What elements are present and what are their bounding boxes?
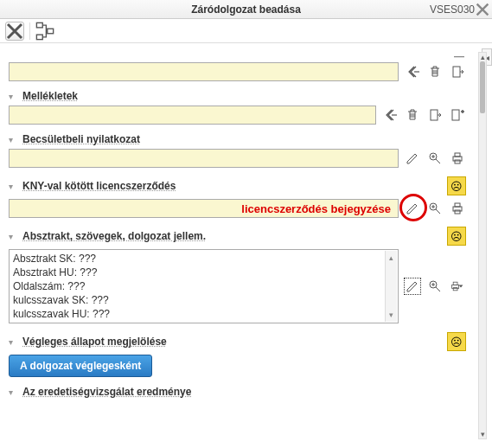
licence-field[interactable]: licencszerződés bejegyzése (9, 199, 399, 218)
vertical-scrollbar[interactable]: ▴ ▾ (478, 52, 487, 439)
abstract-line: Absztrakt HU: ??? (13, 266, 394, 279)
trash-icon[interactable] (426, 63, 444, 80)
back-close-button[interactable] (5, 22, 24, 41)
svg-rect-12 (455, 203, 460, 207)
caret-icon: ▾ (9, 337, 17, 347)
trash-icon[interactable] (404, 106, 421, 124)
section-title-declaration: Becsületbeli nyilatkozat (22, 133, 140, 145)
svg-rect-3 (453, 67, 460, 77)
window-code: VSES030 (430, 3, 475, 16)
abstract-line: kulcsszavak HU: ??? (13, 307, 394, 321)
zoom-icon[interactable] (426, 200, 444, 217)
section-licence[interactable]: ▾ KNY-val kötött licencszerződés ☹ (9, 176, 466, 195)
export-icon[interactable] (426, 106, 444, 124)
section-abstract[interactable]: ▾ Absztrakt, szövegek, dolgozat jellem. … (9, 227, 466, 246)
rewind-icon[interactable] (381, 106, 399, 124)
section-declaration[interactable]: ▾ Becsületbeli nyilatkozat (9, 133, 466, 145)
warning-sad-icon: ☹ (447, 332, 466, 351)
svg-rect-2 (36, 35, 42, 40)
rewind-icon[interactable] (404, 63, 421, 80)
main-toolbar (0, 19, 492, 43)
svg-rect-5 (452, 110, 459, 120)
caret-icon: ▾ (9, 182, 17, 191)
warning-sad-icon: ☹ (447, 176, 466, 195)
section-final[interactable]: ▾ Végleges állapot megjelölése ☹ (9, 332, 466, 351)
zoom-icon[interactable] (426, 278, 444, 295)
abstract-line: kulcsszavak SK: ??? (13, 293, 394, 307)
window-close-icon[interactable] (476, 3, 489, 16)
section-title-abstract: Absztrakt, szövegek, dolgozat jellem. (22, 230, 206, 242)
scroll-up-icon[interactable]: ▴ (479, 53, 486, 61)
upload-field[interactable] (9, 62, 399, 81)
svg-rect-0 (36, 22, 42, 28)
svg-rect-1 (48, 29, 54, 34)
caret-icon: ▾ (9, 92, 17, 101)
finalize-button[interactable]: A dolgozat véglegesként (9, 355, 152, 377)
section-attachments[interactable]: ▾ Mellékletek (9, 90, 466, 102)
licence-badge-label: licencszerződés bejegyzése (241, 202, 391, 215)
caret-icon: ▾ (9, 135, 17, 144)
add-doc-icon[interactable] (449, 106, 466, 124)
zoom-icon[interactable] (426, 150, 444, 167)
edit-icon[interactable] (404, 150, 421, 167)
caret-icon: ▾ (9, 387, 17, 397)
edit-licence-icon[interactable] (404, 200, 421, 217)
title-bar: Záródolgozat beadása VSES030 (0, 0, 492, 19)
textarea-scrollbar[interactable]: ▴▾ (385, 251, 397, 322)
print-icon[interactable] (449, 200, 466, 217)
section-title-attachments: Mellékletek (22, 90, 78, 102)
edit-abstract-icon[interactable] (404, 278, 421, 295)
declaration-field[interactable] (9, 149, 399, 168)
caret-icon: ▾ (9, 232, 17, 241)
section-title-licence: KNY-val kötött licencszerződés (22, 180, 176, 192)
svg-rect-8 (455, 153, 460, 157)
print-dropdown-icon[interactable] (449, 278, 466, 295)
warning-sad-icon: ☹ (447, 227, 466, 246)
svg-rect-16 (453, 282, 457, 285)
scroll-down-icon[interactable]: ▾ (479, 430, 486, 438)
attachments-field[interactable] (9, 106, 376, 125)
svg-rect-4 (431, 110, 438, 120)
scroll-thumb[interactable] (480, 61, 485, 113)
abstract-line: Absztrakt SK: ??? (13, 252, 394, 266)
abstract-textarea[interactable]: Absztrakt SK: ??? Absztrakt HU: ??? Olda… (9, 249, 399, 323)
hierarchy-button[interactable] (35, 22, 54, 41)
export-icon[interactable] (449, 63, 466, 80)
section-originality[interactable]: ▾ Az eredetiségvizsgálat eredménye (9, 386, 466, 398)
abstract-line: Oldalszám: ??? (13, 279, 394, 293)
content-area: — ▾ Mellékletek (0, 43, 475, 448)
section-title-final: Végleges állapot megjelölése (22, 336, 167, 348)
collapse-indicator: — (454, 50, 466, 62)
print-icon[interactable] (449, 150, 466, 167)
section-title-originality: Az eredetiségvizsgálat eredménye (22, 386, 191, 398)
window-title: Záródolgozat beadása (191, 3, 301, 16)
